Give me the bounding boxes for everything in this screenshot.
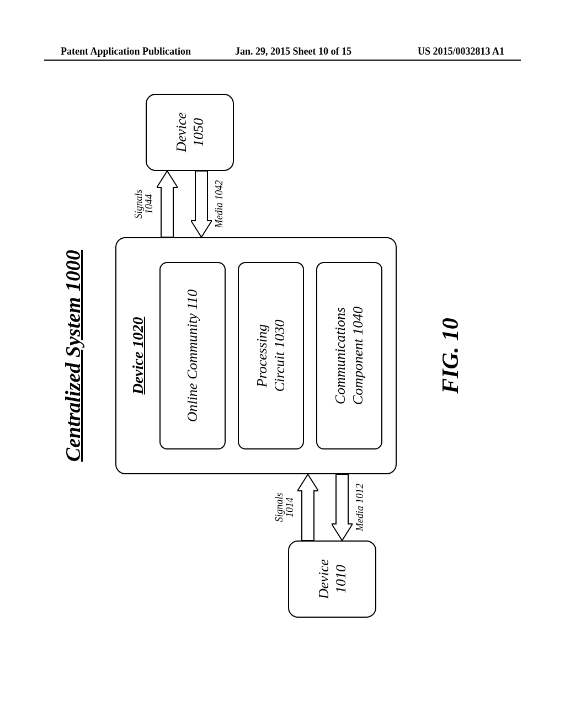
device-1050-box: Device 1050: [146, 94, 234, 171]
arrow-pair-right: Signals 1044 Media 1042: [157, 171, 223, 237]
arrow-right-icon: [157, 171, 178, 237]
device-1020-box: Device 1020 Online Community 110 Process…: [115, 237, 397, 474]
media-1012-label: Media 1012: [355, 474, 365, 540]
header-right: US 2015/0032813 A1: [418, 46, 504, 57]
communications-box: Communications Component 1040: [316, 262, 382, 449]
communications-line1: Communications: [332, 307, 349, 404]
system-title: Centralized System 1000: [61, 94, 85, 618]
header-left: Patent Application Publication: [61, 46, 191, 57]
figure-content: Centralized System 1000 Device 1010 Sign…: [61, 94, 486, 618]
processing-line1: Processing: [253, 324, 270, 388]
device-1010-label: Device: [315, 559, 332, 599]
processing-line2: Circuit 1030: [271, 319, 288, 392]
device-1050-number: 1050: [190, 118, 207, 147]
svg-marker-2: [157, 171, 178, 237]
svg-marker-1: [332, 474, 353, 540]
device-1010-number: 1010: [332, 565, 349, 593]
page-header: Patent Application Publication Jan. 29, …: [0, 46, 565, 57]
online-community-label: Online Community 110: [184, 290, 201, 422]
svg-marker-3: [191, 171, 212, 237]
signals-1044-label: Signals 1044: [134, 171, 154, 237]
svg-marker-0: [297, 474, 318, 540]
signals-1014-label: Signals 1014: [274, 474, 295, 540]
block-diagram: Device 1010 Signals 1014: [102, 94, 411, 618]
header-center: Jan. 29, 2015 Sheet 10 of 15: [235, 46, 351, 57]
arrow-left-icon: [191, 171, 212, 237]
device-1010-box: Device 1010: [288, 540, 376, 618]
arrow-left-icon: [332, 474, 353, 540]
processing-circuit-box: Processing Circuit 1030: [238, 262, 304, 449]
device-1050-label: Device: [173, 113, 190, 152]
communications-line2: Component 1040: [349, 307, 366, 405]
device-1020-title: Device 1020: [129, 317, 147, 395]
header-divider: [44, 60, 521, 61]
arrow-pair-left: Signals 1014 Media 1012: [297, 474, 364, 540]
online-community-box: Online Community 110: [159, 262, 226, 449]
figure-rotated-container: Centralized System 1000 Device 1010 Sign…: [11, 143, 535, 568]
arrow-right-icon: [297, 474, 318, 540]
media-1042-label: Media 1042: [214, 171, 225, 237]
figure-caption: FIG. 10: [437, 94, 463, 618]
